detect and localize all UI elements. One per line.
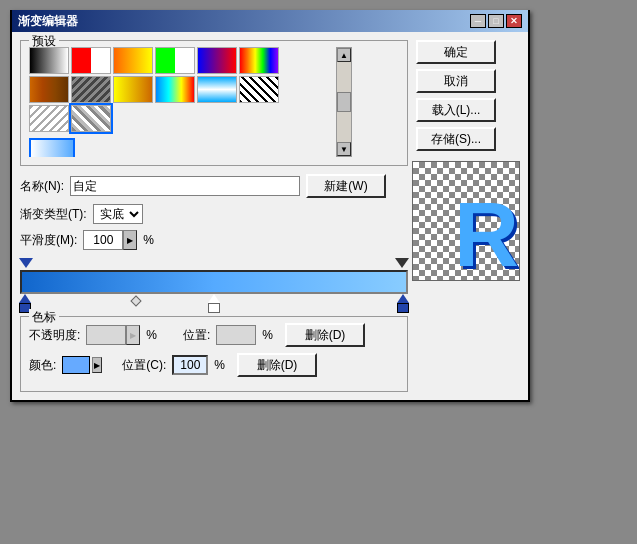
preset-7[interactable] bbox=[29, 76, 69, 103]
presets-scrollbar[interactable]: ▲ ▼ bbox=[336, 47, 352, 157]
preset-13[interactable] bbox=[29, 105, 69, 132]
minimize-button[interactable]: ─ bbox=[470, 14, 486, 28]
title-bar: 渐变编辑器 ─ □ ✕ bbox=[12, 10, 528, 32]
top-handle-right[interactable] bbox=[395, 258, 409, 268]
dialog-left: 预设 bbox=[20, 40, 408, 392]
color-position-input[interactable]: 100 bbox=[172, 355, 208, 375]
opacity-row: 不透明度: ▶ % 位置: % 删除(D) bbox=[29, 323, 399, 347]
side-buttons: 确定 取消 载入(L)... 存储(S)... bbox=[416, 40, 496, 151]
presets-row-3 bbox=[29, 105, 334, 132]
opacity-position-label: 位置: bbox=[183, 327, 210, 344]
bottom-handle-mid[interactable] bbox=[208, 294, 220, 313]
opacity-spinner: ▶ bbox=[86, 325, 140, 345]
window-title: 渐变编辑器 bbox=[18, 13, 78, 30]
presets-row-1 bbox=[29, 47, 334, 74]
top-handle-left[interactable] bbox=[19, 258, 33, 268]
gradient-type-row: 渐变类型(T): 实底 bbox=[20, 204, 408, 224]
top-handles bbox=[20, 256, 408, 270]
gradient-bar-container bbox=[20, 256, 408, 310]
gradient-bar[interactable] bbox=[20, 270, 408, 294]
color-swatch[interactable] bbox=[62, 356, 90, 374]
opacity-unit: % bbox=[146, 328, 157, 342]
smoothness-input[interactable]: 100 bbox=[83, 230, 123, 250]
preview-letter-r: R bbox=[454, 190, 519, 280]
cancel-button[interactable]: 取消 bbox=[416, 69, 496, 93]
save-button[interactable]: 存储(S)... bbox=[416, 127, 496, 151]
opacity-position-unit: % bbox=[262, 328, 273, 342]
selected-preview-row bbox=[29, 138, 334, 157]
name-row: 名称(N): 新建(W) bbox=[20, 174, 408, 198]
presets-grid bbox=[29, 47, 334, 157]
confirm-button[interactable]: 确定 bbox=[416, 40, 496, 64]
gradient-editor-dialog: 渐变编辑器 ─ □ ✕ 预设 bbox=[10, 10, 530, 402]
scroll-up-arrow[interactable]: ▲ bbox=[337, 48, 351, 62]
dialog-right: 确定 取消 载入(L)... 存储(S)... R bbox=[408, 40, 520, 281]
smoothness-unit: % bbox=[143, 233, 154, 247]
gradient-type-label: 渐变类型(T): bbox=[20, 206, 87, 223]
smoothness-spinner: 100 ▶ bbox=[83, 230, 137, 250]
load-button[interactable]: 载入(L)... bbox=[416, 98, 496, 122]
close-button[interactable]: ✕ bbox=[506, 14, 522, 28]
color-stop-label: 色标 bbox=[29, 309, 59, 326]
preset-2[interactable] bbox=[71, 47, 111, 74]
color-stop-group: 色标 不透明度: ▶ % 位置: % 删除(D) bbox=[20, 316, 408, 392]
preview-area: R bbox=[412, 161, 520, 281]
preset-14[interactable] bbox=[71, 105, 111, 132]
preset-11[interactable] bbox=[197, 76, 237, 103]
bottom-handles bbox=[20, 294, 408, 310]
color-swatch-container: ▶ bbox=[62, 356, 102, 374]
presets-row-2 bbox=[29, 76, 334, 103]
delete-opacity-button[interactable]: 删除(D) bbox=[285, 323, 365, 347]
window-controls: ─ □ ✕ bbox=[470, 14, 522, 28]
opacity-arrow: ▶ bbox=[126, 325, 140, 345]
maximize-button[interactable]: □ bbox=[488, 14, 504, 28]
dialog-body: 预设 bbox=[12, 32, 528, 400]
presets-group: 预设 bbox=[20, 40, 408, 166]
selected-preview bbox=[29, 138, 75, 157]
preset-1[interactable] bbox=[29, 47, 69, 74]
name-label: 名称(N): bbox=[20, 178, 64, 195]
delete-color-button[interactable]: 删除(D) bbox=[237, 353, 317, 377]
full-dialog: 预设 bbox=[20, 40, 520, 392]
color-swatch-arrow[interactable]: ▶ bbox=[92, 357, 102, 373]
bottom-handle-right[interactable] bbox=[397, 294, 409, 313]
preset-4[interactable] bbox=[155, 47, 195, 74]
smoothness-label: 平滑度(M): bbox=[20, 232, 77, 249]
smoothness-row: 平滑度(M): 100 ▶ % bbox=[20, 230, 408, 250]
name-input[interactable] bbox=[70, 176, 300, 196]
midpoint-diamond[interactable] bbox=[132, 297, 140, 305]
smoothness-up-arrow[interactable]: ▶ bbox=[123, 230, 137, 250]
opacity-position-input bbox=[216, 325, 256, 345]
opacity-input bbox=[86, 325, 126, 345]
scroll-thumb[interactable] bbox=[337, 92, 351, 112]
color-position-label: 位置(C): bbox=[122, 357, 166, 374]
preset-8[interactable] bbox=[71, 76, 111, 103]
gradient-type-select[interactable]: 实底 bbox=[93, 204, 143, 224]
opacity-label: 不透明度: bbox=[29, 327, 80, 344]
preset-12[interactable] bbox=[239, 76, 279, 103]
preset-9[interactable] bbox=[113, 76, 153, 103]
preset-3[interactable] bbox=[113, 47, 153, 74]
color-position-unit: % bbox=[214, 358, 225, 372]
preset-6[interactable] bbox=[239, 47, 279, 74]
color-row: 颜色: ▶ 位置(C): 100 % 删除(D) bbox=[29, 353, 399, 377]
scroll-down-arrow[interactable]: ▼ bbox=[337, 142, 351, 156]
preset-5[interactable] bbox=[197, 47, 237, 74]
preset-10[interactable] bbox=[155, 76, 195, 103]
color-label: 颜色: bbox=[29, 357, 56, 374]
new-button[interactable]: 新建(W) bbox=[306, 174, 386, 198]
presets-container: ▲ ▼ bbox=[29, 47, 399, 157]
